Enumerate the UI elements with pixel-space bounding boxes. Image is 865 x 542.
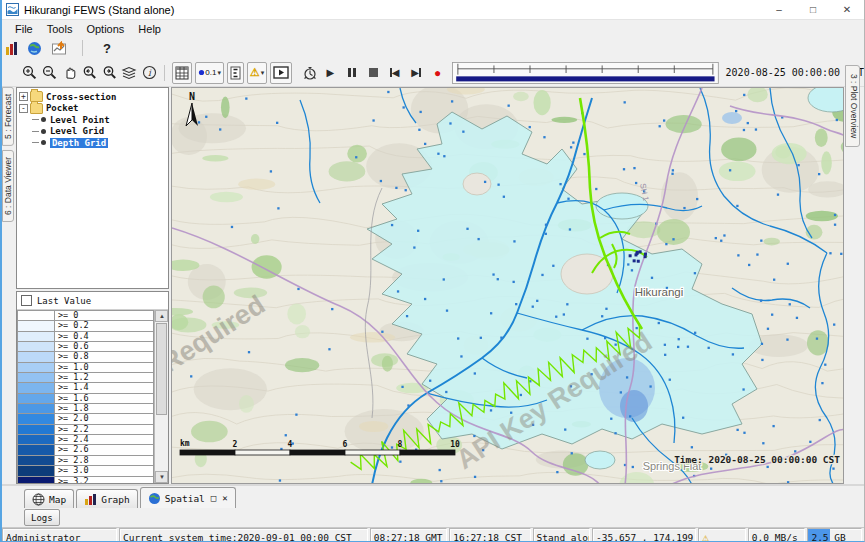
zoom-out-icon[interactable] — [42, 63, 59, 83]
threshold-dropdown[interactable]: 0.1 ▾ — [195, 62, 224, 84]
tab-plot-overview[interactable]: 3 : Plot Overview — [845, 65, 860, 147]
status-cell: 08:27:18 GMT — [370, 528, 447, 542]
bottom-tab-bar: MapGraphSpatial□✕ — [2, 484, 864, 508]
status-cell: -35.657 , 174.199 — [592, 528, 696, 542]
scroll-down-icon[interactable]: ▼ — [155, 471, 168, 483]
layers-icon[interactable] — [121, 63, 138, 83]
spatial-map[interactable]: N API Key Required API Key Required SH 1… — [171, 87, 844, 484]
chevron-down-icon: ▾ — [261, 69, 265, 77]
title-bar: Hikurangi FEWS (Stand alone) – □ ✕ — [2, 0, 864, 20]
menu-tools[interactable]: Tools — [40, 22, 80, 36]
map-time-label: Time: 2020-08-25 00:00:00 CST — [675, 454, 841, 465]
left-panel: +Cross-section-PocketLevel PointLevel Gr… — [16, 87, 169, 484]
zoom-next-icon[interactable] — [101, 63, 118, 83]
svg-text:2: 2 — [233, 440, 238, 449]
left-tab-strip: 5 : Forecast6 : Data Viewer — [2, 87, 16, 484]
folder-icon — [30, 103, 43, 114]
thresholds-warning-dropdown[interactable]: ⚠ ▾ — [247, 62, 267, 84]
threshold-value: 0.1 — [205, 68, 216, 77]
tab-graph[interactable]: Graph — [76, 489, 138, 508]
tab-map[interactable]: Map — [24, 489, 74, 508]
node-bullet-icon — [41, 117, 46, 122]
warning-icon[interactable]: ⚠ — [702, 531, 709, 542]
play-button[interactable]: ▶ — [321, 63, 339, 83]
tab-data-viewer[interactable]: 6 : Data Viewer — [2, 150, 14, 222]
legend-row: >= 2.2 — [17, 424, 154, 434]
scroll-up-icon[interactable]: ▲ — [155, 310, 168, 322]
time-slider[interactable] — [452, 60, 719, 86]
skip-to-start-button[interactable]: ◀ — [385, 63, 403, 83]
logs-button[interactable]: Logs — [24, 509, 60, 526]
close-button[interactable]: ✕ — [830, 0, 864, 19]
tree-item-label: Depth Grid — [50, 138, 108, 148]
legend-row: >= 1.4 — [17, 382, 154, 392]
status-cell-text: Stand alone — [537, 532, 591, 542]
main-toolbar: ? — [2, 37, 864, 59]
logs-row: Logs — [2, 508, 864, 527]
legend-row: >= 1.0 — [17, 362, 154, 372]
tab-label: Map — [49, 494, 66, 505]
filter-tree: +Cross-section-PocketLevel PointLevel Gr… — [16, 87, 169, 289]
menu-bar: FileToolsOptionsHelp — [2, 20, 864, 37]
status-cell-text: -35.657 , 174.199 — [596, 532, 693, 542]
collapse-icon[interactable]: - — [19, 104, 28, 113]
tab-label: Spatial — [165, 493, 205, 504]
stop-button[interactable] — [364, 63, 382, 83]
tree-item-depth-grid[interactable]: Depth Grid — [19, 137, 166, 149]
maximize-tab-icon[interactable]: □ — [211, 493, 216, 503]
expand-icon[interactable]: + — [19, 92, 28, 101]
status-cell-text: Current system time:2020-09-01 00:00 CST — [123, 532, 352, 542]
status-cell: Current system time:2020-09-01 00:00 CST — [119, 528, 368, 542]
graph-tab-icon — [84, 493, 97, 506]
legend-row: >= 0.2 — [17, 320, 154, 330]
map-display-icon[interactable] — [27, 41, 42, 56]
toolbar-separator — [164, 65, 165, 81]
tree-item-level-grid[interactable]: Level Grid — [19, 126, 166, 138]
scrollbar-thumb[interactable] — [156, 323, 167, 415]
status-bar: AdministratorCurrent system time:2020-09… — [2, 527, 864, 542]
animation-window-button[interactable] — [270, 62, 292, 84]
town-label: Hikurangi — [635, 286, 684, 298]
maximize-button[interactable]: □ — [796, 0, 830, 19]
animation-speed-icon[interactable] — [301, 63, 318, 83]
legend-scrollbar[interactable]: ▲ ▼ — [154, 310, 168, 483]
last-value-checkbox[interactable] — [21, 295, 32, 306]
help-button[interactable]: ? — [97, 41, 117, 56]
pause-button[interactable] — [343, 63, 361, 83]
legend-row: >= 3.0 — [17, 465, 154, 475]
svg-text:N: N — [189, 91, 195, 102]
zoom-previous-icon[interactable] — [81, 63, 98, 83]
legend-row: >= 0.4 — [17, 331, 154, 341]
svg-text:4: 4 — [288, 440, 293, 449]
legend-class-label: >= 3.2 — [55, 476, 154, 484]
close-tab-icon[interactable]: ✕ — [222, 493, 227, 503]
legend-row: >= 1.6 — [17, 393, 154, 403]
grid-display-button[interactable] — [172, 62, 192, 84]
svg-text:8: 8 — [398, 440, 403, 449]
menu-file[interactable]: File — [8, 22, 40, 36]
info-icon[interactable]: i — [141, 63, 158, 83]
tab-forecast[interactable]: 5 : Forecast — [2, 87, 14, 146]
database-viewer-icon[interactable] — [6, 42, 17, 55]
legend-row: >= 2.6 — [17, 444, 154, 454]
legend-row: >= 2.8 — [17, 455, 154, 465]
map-canvas: N API Key Required API Key Required SH 1… — [172, 88, 844, 484]
menu-options[interactable]: Options — [79, 22, 131, 36]
status-warning-cell[interactable]: ⚠ — [698, 528, 746, 542]
right-tab-strip: 3 : Plot Overview — [844, 87, 864, 484]
tree-item-level-point[interactable]: Level Point — [19, 114, 166, 126]
tab-spatial[interactable]: Spatial□✕ — [140, 487, 236, 508]
time-slider-progress — [456, 76, 714, 81]
zoom-in-icon[interactable] — [22, 63, 39, 83]
timeseries-dialog-icon[interactable] — [52, 41, 68, 56]
tree-item-cross-section[interactable]: +Cross-section — [19, 91, 166, 103]
record-button[interactable]: ● — [428, 63, 446, 83]
pan-hand-icon[interactable] — [62, 63, 79, 83]
labels-button[interactable] — [227, 62, 244, 84]
tree-item-pocket[interactable]: -Pocket — [19, 103, 166, 115]
menu-help[interactable]: Help — [131, 22, 168, 36]
skip-to-end-button[interactable]: ▶ — [407, 63, 425, 83]
legend-class-list: >= 0>= 0.2>= 0.4>= 0.6>= 0.8>= 1.0>= 1.2… — [17, 310, 154, 483]
status-cell: Stand alone — [533, 528, 591, 542]
minimize-button[interactable]: – — [762, 0, 796, 19]
